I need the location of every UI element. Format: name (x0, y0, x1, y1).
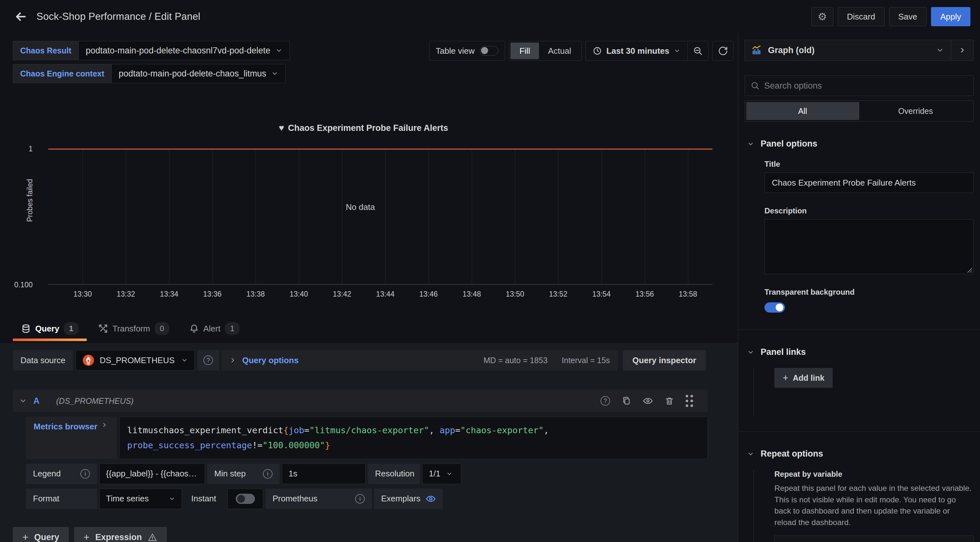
instant-label-box: Instant (184, 488, 225, 509)
promql-expression-input[interactable]: litmuschaos_experiment_verdict{job="litm… (119, 417, 708, 459)
time-range-picker[interactable]: Last 30 minutes (586, 41, 687, 60)
query-row-header[interactable]: A (DS_PROMETHEUS) ? (13, 390, 708, 412)
add-query-label: Query (34, 532, 59, 542)
gridline (169, 150, 169, 284)
tab-all[interactable]: All (746, 102, 859, 120)
exemplars-eye-icon[interactable] (426, 494, 436, 504)
options-search (745, 76, 974, 96)
tab-label: Query (35, 324, 59, 334)
help-icon[interactable]: ? (600, 396, 610, 406)
drag-handle-icon[interactable] (686, 395, 693, 407)
promql-token: , (429, 425, 440, 435)
gridline (342, 150, 342, 284)
plot-area[interactable]: No data (48, 150, 713, 285)
section-header[interactable]: Panel links (745, 347, 974, 357)
min-step-input[interactable] (282, 464, 366, 484)
tab-overrides[interactable]: Overrides (859, 102, 972, 120)
tab-label: Alert (204, 324, 220, 334)
tab-query[interactable]: Query 1 (13, 318, 87, 339)
variable-label: Chaos Engine context (13, 64, 111, 83)
instant-toggle[interactable] (236, 494, 255, 504)
query-row-actions: ? (600, 395, 702, 407)
y-axis-label: Probes failed (25, 179, 34, 222)
section-title: Panel links (760, 347, 806, 357)
chevron-right-icon (101, 422, 108, 428)
chevron-down-icon (747, 450, 754, 458)
bell-icon (189, 324, 199, 333)
chevron-down-icon (271, 70, 278, 77)
transparent-background-toggle[interactable] (764, 302, 785, 312)
no-data-text: No data (346, 202, 375, 212)
x-axis-tick: 13:34 (160, 290, 178, 298)
min-step-label-box: Min step i (207, 464, 280, 484)
format-label: Format (33, 494, 59, 504)
datasource-help-button[interactable]: ? (197, 350, 219, 371)
back-arrow-button[interactable] (10, 5, 32, 28)
legend-input[interactable] (99, 464, 205, 484)
datasource-picker[interactable]: DS_PROMETHEUS (76, 350, 195, 371)
resize-handle[interactable] (967, 268, 972, 273)
promql-token: probe_success_percentage (127, 440, 252, 450)
query-ref-id: A (33, 396, 40, 406)
metrics-browser-button[interactable]: Metrics browser (26, 417, 117, 459)
warning-icon (148, 533, 157, 542)
add-expression-label: Expression (95, 532, 142, 542)
prometheus-label: Prometheus (272, 494, 317, 504)
table-view-toggle[interactable] (480, 46, 498, 55)
add-query-button[interactable]: + Query (13, 527, 69, 542)
format-select[interactable]: Time series (99, 488, 182, 509)
x-axis-tick: 13:36 (203, 290, 222, 298)
trash-icon[interactable] (665, 396, 674, 406)
add-link-button[interactable]: + Add link (775, 368, 833, 388)
panel-settings-button[interactable]: ⚙ (811, 7, 833, 26)
plus-icon: + (783, 372, 789, 383)
format-value: Time series (106, 494, 149, 504)
fill-option[interactable]: Fill (511, 43, 539, 59)
repeat-variable-select[interactable]: Choose (775, 536, 974, 542)
panel-title-input[interactable] (764, 173, 974, 193)
legend-label: Legend (33, 469, 61, 479)
fill-actual-switch: Fill Actual (509, 41, 582, 61)
promql-token: != (252, 440, 262, 450)
section-header[interactable]: Repeat options (745, 449, 974, 459)
chevron-down-icon (674, 48, 680, 54)
graph-panel: ♥ Chaos Experiment Probe Failure Alerts … (0, 112, 738, 304)
zoom-out-button[interactable] (687, 41, 708, 60)
discard-button[interactable]: Discard (838, 7, 885, 26)
section-repeat-options: Repeat options Repeat by variable Repeat… (745, 449, 974, 542)
apply-button[interactable]: Apply (931, 7, 970, 26)
promql-token: litmuschaos_experiment_verdict (127, 425, 283, 435)
chevron-down-icon (275, 47, 282, 54)
variable-value-dropdown[interactable]: podtato-main-pod-delete-chaos_litmus (111, 64, 286, 83)
add-expression-button[interactable]: + Expression (74, 527, 167, 542)
instant-toggle-cell (228, 488, 263, 509)
section-panel-links: Panel links + Add link (745, 347, 974, 417)
variable-value-dropdown[interactable]: podtato-main-pod-delete-chaosnl7vd-pod-d… (78, 41, 290, 60)
section-header[interactable]: Panel options (745, 139, 974, 149)
metrics-browser-label: Metrics browser (33, 422, 97, 432)
eye-icon[interactable] (643, 396, 653, 406)
refresh-button[interactable] (712, 41, 733, 61)
max-data-points-stat: MD = auto = 1853 (484, 356, 548, 365)
query-options-toggle[interactable]: Query options (242, 355, 299, 365)
panel-description-textarea[interactable] (764, 219, 974, 274)
actual-option[interactable]: Actual (539, 43, 580, 59)
query-inspector-button[interactable]: Query inspector (623, 350, 706, 371)
toggle-viz-picker-button[interactable] (951, 40, 974, 61)
query-ref-datasource: (DS_PROMETHEUS) (56, 396, 134, 406)
page-title: Sock-Shop Performance / Edit Panel (37, 11, 200, 22)
options-search-input[interactable] (764, 81, 967, 91)
chevron-down-icon (446, 471, 453, 477)
save-button[interactable]: Save (889, 7, 926, 26)
duplicate-icon[interactable] (622, 396, 631, 406)
gridline (688, 150, 688, 284)
gridline (428, 150, 429, 284)
tab-transform[interactable]: Transform 0 (90, 318, 178, 339)
x-axis-tick: 13:54 (592, 290, 611, 298)
tab-alert[interactable]: Alert 1 (181, 318, 248, 339)
visualization-picker[interactable]: Graph (old) (745, 40, 951, 61)
y-axis-tick-0100: 0.100 (0, 281, 33, 289)
repeat-by-variable-label: Repeat by variable (775, 470, 974, 479)
prometheus-icon (82, 354, 94, 366)
resolution-select[interactable]: 1/1 (422, 464, 461, 484)
